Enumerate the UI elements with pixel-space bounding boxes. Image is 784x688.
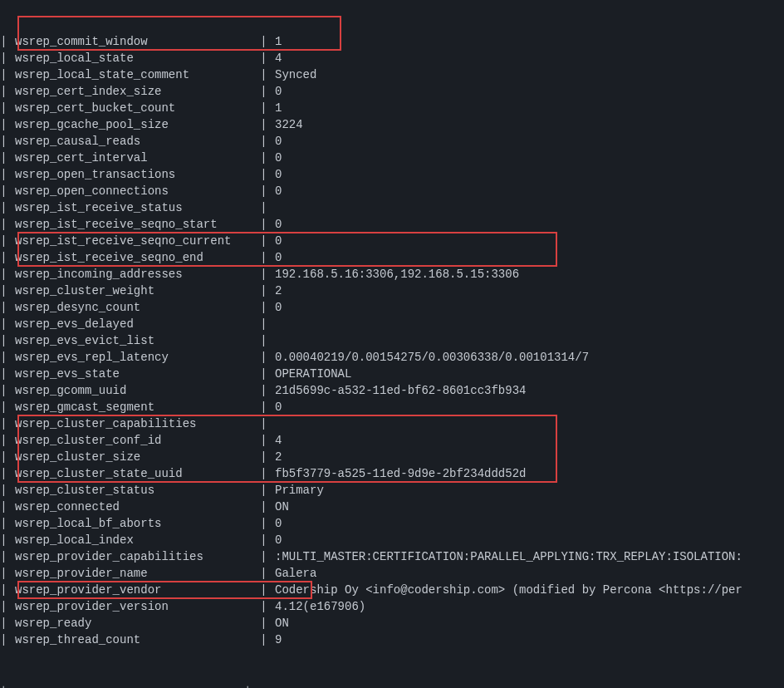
pad (267, 183, 275, 199)
variable-name: wsrep_cluster_state_uuid (15, 465, 260, 482)
column-bar: | (260, 332, 267, 349)
variable-value: OPERATIONAL (275, 366, 351, 382)
variable-name: wsrep_local_index (15, 532, 260, 548)
pad (7, 249, 15, 266)
variable-name: wsrep_provider_capabilities (15, 548, 260, 565)
variable-value: 0 (275, 249, 282, 266)
column-bar: | (260, 166, 267, 183)
variable-value: 0 (275, 399, 282, 415)
table-rows: | wsrep_commit_window| 1| wsrep_local_st… (0, 33, 784, 648)
column-bar: | (260, 50, 267, 66)
variable-name: wsrep_provider_vendor (15, 582, 260, 598)
column-bar: | (0, 133, 7, 150)
table-row: | wsrep_cluster_size| 2 (0, 449, 784, 465)
table-row: | wsrep_gcache_pool_size| 3224 (0, 116, 784, 133)
column-bar: | (260, 116, 267, 133)
column-bar: | (0, 33, 7, 50)
variable-name: wsrep_open_connections (15, 183, 260, 199)
table-row: | wsrep_provider_capabilities| :MULTI_MA… (0, 548, 784, 565)
pad (267, 598, 275, 615)
column-bar: | (0, 66, 7, 83)
table-row: | wsrep_local_index| 0 (0, 532, 784, 548)
pad (7, 233, 15, 249)
variable-name: wsrep_cert_interval (15, 150, 260, 166)
pad (267, 615, 275, 631)
pad (267, 100, 275, 116)
column-bar: | (0, 100, 7, 116)
variable-name: wsrep_evs_repl_latency (15, 349, 260, 366)
variable-value: 3224 (275, 116, 303, 133)
variable-name: wsrep_ist_receive_status (15, 199, 260, 216)
variable-name: wsrep_cluster_size (15, 449, 260, 465)
pad (7, 382, 15, 399)
variable-name: wsrep_cert_index_size (15, 83, 260, 100)
table-row: | wsrep_cluster_capabilities| (0, 415, 784, 432)
table-row: | wsrep_provider_vendor| Codership Oy <i… (0, 582, 784, 598)
column-bar: | (260, 216, 267, 233)
variable-name: wsrep_cert_bucket_count (15, 100, 260, 116)
pad (267, 33, 275, 50)
column-bar: | (0, 382, 7, 399)
column-bar: | (260, 598, 267, 615)
pad (7, 332, 15, 349)
pad (7, 565, 15, 582)
variable-value: 4 (275, 50, 282, 66)
column-bar: | (260, 465, 267, 482)
column-bar: | (260, 133, 267, 150)
pad (267, 116, 275, 133)
pad (267, 349, 275, 366)
variable-value: 0 (275, 233, 282, 249)
variable-name: wsrep_cluster_capabilities (15, 415, 260, 432)
variable-name: wsrep_ready (15, 615, 260, 631)
table-row: | wsrep_desync_count| 0 (0, 299, 784, 316)
pad (267, 499, 275, 515)
column-bar: | (0, 332, 7, 349)
variable-name: wsrep_evs_state (15, 366, 260, 382)
column-bar: | (0, 499, 7, 515)
pad (7, 598, 15, 615)
column-bar: | (0, 50, 7, 66)
column-bar: | (260, 349, 267, 366)
column-bar: | (0, 465, 7, 482)
variable-value: fb5f3779-a525-11ed-9d9e-2bf234ddd52d (275, 465, 526, 482)
column-bar: | (0, 216, 7, 233)
variable-value: 1 (275, 100, 282, 116)
table-row: | wsrep_cluster_conf_id| 4 (0, 432, 784, 449)
pad (267, 582, 275, 598)
terminal-output: | wsrep_commit_window| 1| wsrep_local_st… (0, 0, 784, 688)
pad (7, 515, 15, 532)
pad (7, 532, 15, 548)
variable-value: 0 (275, 150, 282, 166)
column-bar: | (0, 299, 7, 316)
variable-value: Primary (275, 482, 324, 499)
variable-value: 0 (275, 532, 282, 548)
variable-value: 4.12(e167906) (275, 598, 365, 615)
variable-name: wsrep_gmcast_segment (15, 399, 260, 415)
pad (267, 316, 275, 332)
table-row: | wsrep_evs_delayed| (0, 316, 784, 332)
table-row: | wsrep_cert_bucket_count| 1 (0, 100, 784, 116)
table-row: | wsrep_commit_window| 1 (0, 33, 784, 50)
column-bar: | (0, 482, 7, 499)
table-row: | wsrep_cert_interval| 0 (0, 150, 784, 166)
pad (267, 515, 275, 532)
column-bar: | (260, 565, 267, 582)
variable-value: ON (275, 499, 289, 515)
column-bar: | (260, 183, 267, 199)
variable-name: wsrep_connected (15, 499, 260, 515)
column-bar: | (260, 100, 267, 116)
variable-name: wsrep_incoming_addresses (15, 266, 260, 283)
table-row: | wsrep_ist_receive_seqno_start| 0 (0, 216, 784, 233)
column-bar: | (260, 233, 267, 249)
pad (7, 283, 15, 299)
table-row: | wsrep_connected| ON (0, 499, 784, 515)
variable-value: 0 (275, 83, 282, 100)
pad (267, 532, 275, 548)
pad (267, 266, 275, 283)
column-bar: | (0, 399, 7, 415)
variable-name: wsrep_cluster_conf_id (15, 432, 260, 449)
variable-name: wsrep_evs_evict_list (15, 332, 260, 349)
table-row: | wsrep_cluster_status| Primary (0, 482, 784, 499)
column-bar: | (0, 249, 7, 266)
column-bar: | (0, 515, 7, 532)
